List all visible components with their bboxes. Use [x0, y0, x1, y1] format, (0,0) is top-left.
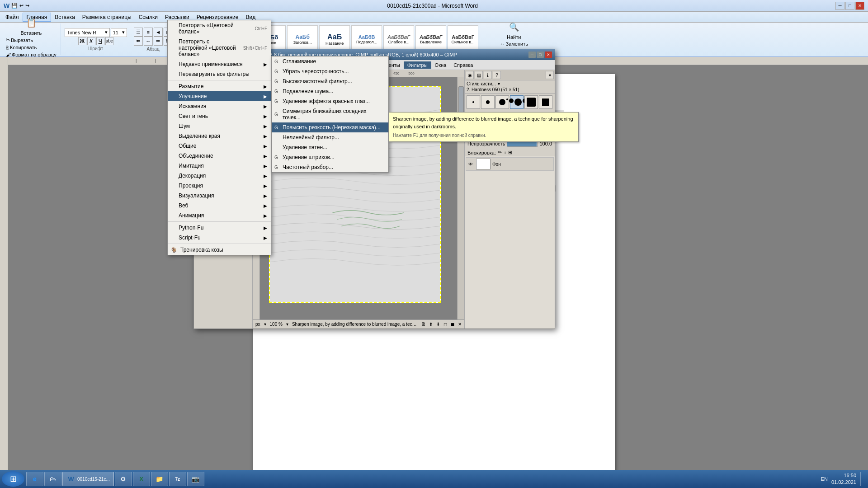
italic-button[interactable]: К	[87, 37, 95, 45]
improve-remove-strokes[interactable]: G Удаление штрихов...	[272, 152, 388, 162]
panel-button-4[interactable]: ?	[493, 71, 501, 79]
taskbar-camera[interactable]: 📷	[187, 472, 204, 486]
strikethrough-button[interactable]: abc	[105, 37, 113, 45]
minimize-button[interactable]: ─	[835, 2, 844, 10]
panel-button-2[interactable]: ▤	[475, 71, 483, 79]
menu-page-layout[interactable]: Разметка страницы	[79, 13, 135, 21]
filter-web[interactable]: Веб ▶	[168, 201, 271, 211]
v-scroll-handle[interactable]	[458, 86, 464, 113]
brush-5[interactable]	[524, 95, 538, 109]
filter-render[interactable]: Визуализация ▶	[168, 191, 271, 201]
panel-button-3[interactable]: ℹ	[484, 71, 492, 79]
improve-red-eye[interactable]: G Удаление эффекта красных глаз...	[272, 96, 388, 106]
taskbar-settings[interactable]: ⚙	[115, 472, 132, 486]
filter-imitation[interactable]: Имитация ▶	[168, 161, 271, 171]
save-icon[interactable]: 💾	[11, 3, 18, 9]
gimp-zoom-dropdown-icon: ▾	[264, 322, 266, 327]
improve-smooth[interactable]: G Сглаживание	[272, 56, 388, 66]
filter-animation[interactable]: Анимация ▶	[168, 211, 271, 221]
lock-all-icon[interactable]: ⊞	[508, 150, 512, 155]
filter-decoration[interactable]: Декорация ▶	[168, 171, 271, 181]
align-right-button[interactable]: ➡	[154, 37, 163, 46]
show-desktop-button[interactable]	[860, 472, 863, 486]
paste-button[interactable]: 📋 Вставить	[19, 15, 44, 37]
filter-repeat-settings[interactable]: Повторить с настройкой «Цветовой баланс»…	[168, 37, 271, 59]
filter-combine[interactable]: Объединение ▶	[168, 151, 271, 161]
brush-dot-2	[509, 99, 514, 103]
filter-generic[interactable]: Общие ▶	[168, 141, 271, 151]
menu-references[interactable]: Ссылки	[135, 13, 161, 21]
taskbar-7zip[interactable]: 7z	[169, 472, 186, 486]
start-button[interactable]: ⊞	[2, 471, 24, 487]
filter-blur[interactable]: Размытие ▶	[168, 81, 271, 91]
taskbar-ie[interactable]: e	[26, 472, 43, 486]
filter-enhance[interactable]: Улучшение ▶	[168, 91, 271, 101]
improve-nonlinear[interactable]: Нелинейный фильтр...	[272, 132, 388, 142]
filter-enhance-arrow: ▶	[264, 94, 267, 99]
gimp-maximize-button[interactable]: □	[537, 52, 544, 58]
explorer-icon: 🗁	[48, 474, 57, 483]
filter-light-shadow[interactable]: Свет и тень ▶	[168, 111, 271, 121]
filter-recent[interactable]: Недавно применявшиеся ▶	[168, 59, 271, 69]
find-button[interactable]: 🔍 Найти	[505, 19, 523, 41]
lock-paint-icon[interactable]: ✏	[498, 150, 502, 155]
maximize-button[interactable]: □	[845, 2, 854, 10]
copy-button[interactable]: ⎘ Копировать	[5, 44, 58, 51]
filter-reload[interactable]: Перезагрузить все фильтры	[168, 69, 271, 79]
filter-noise[interactable]: Шум ▶	[168, 121, 271, 131]
filter-goat-exercise[interactable]: 🐐 Тренировка козы	[168, 245, 271, 255]
improve-nearest-neighbor[interactable]: G Симметрия ближайших соседних точек...	[272, 106, 388, 122]
filter-light-shadow-arrow: ▶	[264, 114, 267, 119]
gimp-menu-filters[interactable]: Фильтры	[404, 61, 431, 69]
gimp-zoom-percent-dropdown: ▾	[286, 322, 288, 327]
brush-1[interactable]	[467, 95, 480, 109]
taskbar-word[interactable]: W 0010cd15-21c...	[62, 472, 114, 486]
improve-deinterlace[interactable]: G Убрать чересстрочность...	[272, 66, 388, 76]
improve-highpass[interactable]: G Высокочастотный фильтр...	[272, 76, 388, 86]
brush-4[interactable]	[510, 95, 524, 109]
font-name-box[interactable]: Times New R ▾	[65, 28, 110, 37]
numbering-button[interactable]: ≡	[144, 28, 153, 37]
panel-expand-button[interactable]: ▾	[546, 71, 554, 79]
font-size-dropdown-icon: ▾	[122, 29, 125, 35]
underline-button[interactable]: Ч	[96, 37, 104, 45]
gimp-menu-windows[interactable]: Окна	[431, 61, 450, 69]
brush-6[interactable]	[539, 95, 552, 109]
filter-edge-detect[interactable]: Выделение края ▶	[168, 131, 271, 141]
filter-python-fu[interactable]: Python-Fu ▶	[168, 223, 271, 233]
taskbar-explorer[interactable]: 🗁	[44, 472, 61, 486]
lock-position-icon[interactable]: +	[504, 150, 506, 155]
layer-entry-bg[interactable]: 👁 Фон	[466, 157, 554, 171]
filter-repeat[interactable]: Повторить «Цветовой баланс» Ctrl+F	[168, 20, 271, 37]
indent-decrease-button[interactable]: ◄	[154, 28, 163, 37]
filter-recent-arrow: ▶	[264, 62, 267, 67]
font-size-box[interactable]: 11 ▾	[111, 28, 127, 37]
replace-button[interactable]: ↔ Заменить	[499, 41, 529, 47]
red-eye-label: Удаление эффекта красных глаз...	[283, 98, 370, 104]
bullets-button[interactable]: ☰	[134, 28, 143, 37]
filter-distort[interactable]: Искажения ▶	[168, 101, 271, 111]
eye-visibility-icon[interactable]: 👁	[467, 160, 474, 168]
bold-button[interactable]: Ж	[78, 37, 86, 45]
improve-denoise[interactable]: G Подавление шума...	[272, 86, 388, 96]
brush-shape-6	[542, 99, 549, 106]
align-left-button[interactable]: ⬅	[134, 37, 143, 46]
taskbar-excel[interactable]: X	[133, 472, 150, 486]
panel-button-1[interactable]: ◉	[466, 71, 474, 79]
filter-projection[interactable]: Проекция ▶	[168, 181, 271, 191]
improve-unsharp-mask[interactable]: G Повысить резкость (Нерезкая маска)...	[272, 122, 388, 132]
align-center-button[interactable]: ↔	[144, 37, 153, 46]
undo-icon[interactable]: ↩	[19, 3, 24, 9]
improve-freq[interactable]: G Частотный разбор...	[272, 162, 388, 172]
cut-button[interactable]: ✂ Вырезать	[5, 37, 58, 43]
gimp-close-button[interactable]: ✕	[545, 52, 552, 58]
close-button[interactable]: ✕	[855, 2, 864, 10]
gimp-menu-help[interactable]: Справка	[450, 61, 476, 69]
redo-icon[interactable]: ↪	[25, 3, 29, 9]
improve-remove-spots[interactable]: Удаление пятен...	[272, 142, 388, 152]
filter-script-fu[interactable]: Script-Fu ▶	[168, 233, 271, 243]
menu-insert[interactable]: Вставка	[51, 13, 79, 21]
taskbar-files[interactable]: 📁	[151, 472, 168, 486]
gimp-minimize-button[interactable]: ─	[528, 52, 536, 58]
brush-2[interactable]	[481, 95, 495, 109]
